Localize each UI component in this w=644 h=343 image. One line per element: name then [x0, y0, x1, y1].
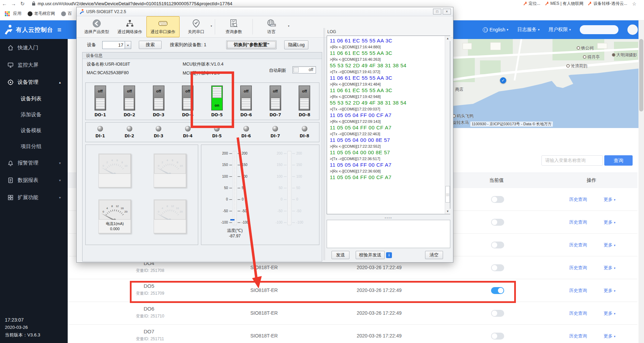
more-link[interactable]: 更多 ▾ [604, 196, 615, 203]
history-query-link[interactable]: 历史查询 [569, 196, 587, 203]
select-product-type-button[interactable]: 选择产品类型 [80, 16, 113, 37]
history-query-link[interactable]: 历史查询 [569, 310, 587, 316]
value-toggle[interactable] [491, 310, 504, 317]
auto-refresh-toggle[interactable]: off [292, 66, 316, 74]
variable-search-input[interactable]: 请输入变量名称查询 [541, 155, 603, 166]
switch-handle[interactable] [241, 98, 251, 109]
hide-log-button[interactable]: 隐藏Log [284, 40, 308, 49]
do-switch-DO-5[interactable]: on [211, 86, 223, 110]
switch-handle[interactable] [300, 98, 309, 109]
log-list[interactable]: 11 06 61 EC 55 55 AA 3C>[Rx <-][COM6][17… [327, 36, 450, 214]
history-query-link[interactable]: 历史查询 [569, 219, 587, 225]
network-operate-button[interactable]: 通过网络操作 [113, 16, 146, 37]
more-link[interactable]: 更多 ▾ [604, 219, 615, 225]
value-toggle[interactable] [491, 287, 504, 294]
panel-splitter[interactable] [324, 28, 325, 260]
logo[interactable]: 有人云控制台 ≡ [0, 24, 68, 35]
page-scrollbar[interactable] [638, 20, 644, 343]
avatar[interactable] [627, 24, 638, 35]
device-dropdown-icon[interactable]: ▾ [125, 41, 131, 49]
device-number-input[interactable]: 17 [102, 41, 125, 49]
switch-handle[interactable] [96, 98, 105, 109]
window-titlebar[interactable]: USR-SIO818T V2.2.5 □ × [77, 7, 453, 16]
history-query-link[interactable]: 历史查询 [569, 265, 587, 271]
language-switch[interactable]: English▾ [483, 27, 508, 32]
history-query-link[interactable]: 历史查询 [569, 287, 587, 294]
do-switch-DO-1[interactable]: off [95, 86, 106, 110]
sidebar-item-device-mgmt[interactable]: 设备管理 ▴ [0, 74, 68, 91]
do-switch-DO-2[interactable]: off [124, 86, 135, 110]
splitter-dots[interactable]: •••• [327, 216, 450, 220]
more-link[interactable]: 更多 ▾ [604, 242, 615, 248]
do-switch-DO-6[interactable]: off [240, 86, 252, 110]
browser-tab[interactable]: 设备转移-透传云... [588, 1, 627, 7]
search-device-button[interactable]: 搜索 [139, 41, 162, 49]
switch-handle[interactable] [125, 98, 134, 109]
user-permission-menu[interactable]: 用户权限▾ [548, 27, 571, 33]
query-params-button[interactable]: 查询参数 [217, 16, 250, 37]
menu-burger-icon[interactable]: ≡ [57, 26, 61, 34]
clear-button[interactable]: 清空 [425, 251, 443, 259]
info-icon[interactable]: i [386, 252, 392, 258]
apps-grid-icon[interactable] [5, 11, 10, 16]
switch-handle[interactable] [183, 98, 192, 109]
back-icon[interactable]: ← [0, 1, 9, 7]
scrollbar-thumb[interactable]: ——— [445, 186, 450, 203]
history-query-link[interactable]: 历史查询 [569, 333, 587, 339]
history-query-link[interactable]: 历史查询 [569, 242, 587, 248]
url-bar[interactable]: mp.usr.cn/#/cloudV2/device/ViewDeviceDet… [38, 1, 232, 6]
sidebar-item-device-template[interactable]: 设备模板 [0, 122, 68, 138]
scroll-up-icon[interactable]: ▲ [445, 36, 450, 41]
switch-handle[interactable] [154, 98, 163, 109]
value-toggle[interactable] [491, 264, 504, 271]
send-input-area[interactable] [327, 220, 450, 248]
serial-operate-button[interactable]: 通过串口操作 [146, 16, 180, 37]
bookmark-apps[interactable]: 应用 [13, 11, 21, 17]
sidebar-item-quickstart[interactable]: 快速入门 [0, 39, 68, 56]
chevron-down-icon[interactable]: ▾ [288, 24, 289, 28]
sidebar-item-project-group[interactable]: 项目分组 [0, 138, 68, 154]
browser-tab[interactable]: 定位... [523, 1, 540, 7]
more-link[interactable]: 更多 ▾ [604, 333, 615, 339]
verify-send-button[interactable]: 校验并发送 [356, 251, 385, 259]
scrollbar-thumb[interactable] [639, 39, 643, 111]
do-switch-DO-4[interactable]: off [182, 86, 193, 110]
language-button[interactable]: ABC 语言 ▾ [255, 16, 288, 37]
close-serial-button[interactable]: 关闭串口 ▾ [180, 16, 213, 37]
more-link[interactable]: 更多 ▾ [604, 265, 615, 271]
forward-icon[interactable]: → [9, 1, 18, 7]
value-toggle[interactable] [491, 196, 504, 203]
switch-handle[interactable] [271, 98, 280, 109]
log-service-menu[interactable]: 日志服务▾ [517, 27, 540, 33]
refresh-icon[interactable]: ↻ [18, 1, 27, 7]
sidebar-item-device-list[interactable]: 设备列表 [0, 91, 68, 107]
sidebar-item-extensions[interactable]: 扩展功能 ▾ [0, 189, 68, 206]
bookmark-star-icon[interactable]: ☆ [632, 1, 636, 7]
sidebar-item-monitor[interactable]: 监控大屏 [0, 56, 68, 74]
more-link[interactable]: 更多 ▾ [604, 310, 615, 316]
do-switch-DO-7[interactable]: off [270, 86, 281, 110]
send-button[interactable]: 发送 [331, 251, 349, 259]
value-toggle[interactable] [491, 219, 504, 226]
sidebar-item-add-device[interactable]: 添加设备 [0, 107, 68, 122]
bookmark-laomaotao[interactable]: 老毛桃官网 [28, 11, 55, 17]
value-toggle[interactable] [491, 242, 504, 248]
chevron-down-icon[interactable]: ▾ [211, 24, 212, 28]
switch-to-config-button[interactable]: 切换到"参数配置" [226, 40, 277, 49]
browser-tab[interactable]: MES | 有人物联网 [545, 1, 584, 7]
usr-sio818t-window[interactable]: USR-SIO818T V2.2.5 □ × 选择产品类型 通过网络操作 通过串… [76, 7, 453, 263]
log-scrollbar[interactable]: ▲ ▼ ——— [445, 36, 450, 214]
more-link[interactable]: 更多 ▾ [604, 287, 615, 294]
do-switch-DO-8[interactable]: off [299, 86, 310, 110]
device-location-marker[interactable]: ✓ [500, 77, 506, 84]
minimize-button[interactable]: □ [433, 9, 441, 14]
switch-handle[interactable] [212, 87, 222, 98]
do-switch-DO-3[interactable]: off [153, 86, 164, 110]
search-query-button[interactable]: 查询 [604, 155, 633, 166]
scroll-down-icon[interactable]: ▼ [445, 209, 450, 214]
map-panel[interactable]: 铁公祠 得月亭 大明湖摄影 沧浪荷韵 商店 码头飞鸭 旋转木马 ✓ 110093… [449, 39, 644, 128]
close-button[interactable]: × [443, 9, 451, 14]
value-toggle[interactable] [491, 333, 504, 340]
sidebar-item-alarm-mgmt[interactable]: 报警管理 ▾ [0, 154, 68, 172]
bookmark-baidu[interactable]: 百 [61, 11, 72, 17]
